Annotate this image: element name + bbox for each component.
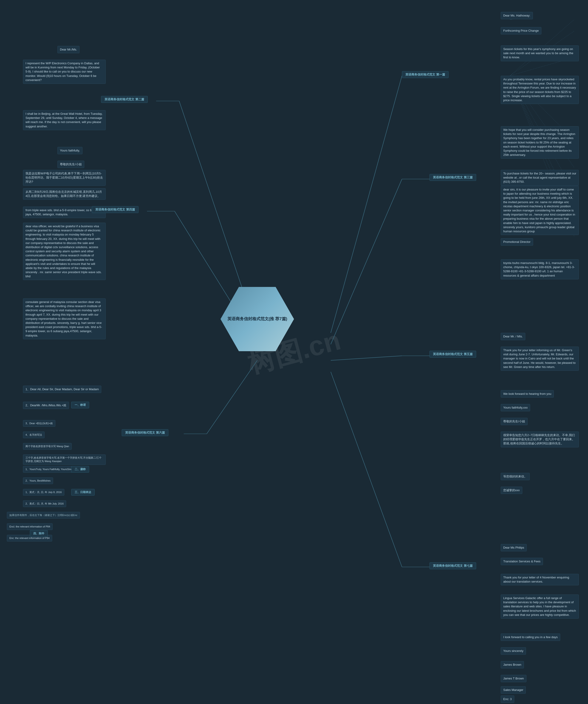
svg-line-13 — [331, 372, 402, 567]
b1-node-3: Season tickets for this year's symphony … — [501, 46, 579, 61]
b6-node-8: 2、Yours, BestWishes — [23, 477, 53, 484]
b2-node-3: I shall be in Beijing, at the Great Wall… — [23, 110, 106, 130]
b7-node-7: James Brown — [501, 661, 524, 668]
b2-node-4: Yours faithfully, — [57, 147, 83, 154]
b4-node-2: 从周二到9月29日,我将住在北京的长城宾馆,直到周几,10月4日,在那里会有消息… — [23, 188, 106, 200]
sub-label-b6-4: 四、附件 — [30, 530, 48, 537]
svg-line-11 — [207, 360, 257, 434]
branch-label-5: 英语商务信封格式范文 第五篇 — [430, 351, 476, 358]
b7-node-10: Enc: 3 — [501, 696, 514, 703]
branch-label-4: 英语商务信封格式范文 第四篇 — [92, 206, 139, 213]
b2-node-5: 尊敬的先生/小姐 — [57, 161, 84, 168]
b5-node-4: Yours faithfully,xxx — [501, 404, 530, 411]
b7-node-2: Translation Services & Fees — [501, 558, 543, 565]
sub-label-b6-1: 一、称谓 — [71, 402, 89, 408]
b4-node-1: 我是达拉斯W/P电子公司的代表,将于下周一到周五(10月5-9)在昆明拜访。我于… — [23, 170, 106, 186]
b2-node-2: I represent the W/P Electronics Company … — [23, 60, 106, 84]
b3-node-2: toyota tsuho marounouchi bldg. 8-1, maro… — [501, 259, 579, 279]
b6-node-4: 4、名字的写法 — [23, 431, 45, 438]
center-title: 英语商务信封格式范文(推 荐7篇) — [223, 311, 292, 327]
b4-node-4: dear visa officer, we would be grateful … — [23, 223, 106, 280]
b4-node-5: consulate general of malaysia consular s… — [23, 298, 106, 339]
b7-node-1: Dear Ms Philips — [501, 544, 527, 551]
b5-node-8: 您诚挚的xxx — [501, 487, 522, 494]
b5-node-5: 尊敬的先生/小姐 — [501, 418, 528, 425]
branch-label-1: 英语商务信封格式范文 第一篇 — [402, 71, 448, 78]
b6-node-5: 两个字姓名拼音首字母大写 Wang Qian — [23, 443, 72, 450]
b1-node-4: As you probably know, rental prices have… — [501, 76, 579, 104]
b7-node-9: Sales Manager — [501, 686, 526, 694]
b1-node-1: Dear Ms. Hathoway: — [501, 12, 533, 19]
b1-node-2: Forthcoming Price Change — [501, 27, 541, 35]
b5-node-6: 很荣幸告知您六月2~7日格林林先生的来访。不幸,我们的经理爱德华兹先生正在开罗，… — [501, 431, 579, 447]
b6-attach-note: 如果信件有附件，应在左下角（谢谢之下）注明Enc(s):或Enc — [7, 512, 80, 519]
b1-node-6: To purchase tickets for the 20-- season,… — [501, 170, 579, 186]
sub-label-b6-2: 二、谦称 — [71, 466, 89, 473]
b6-node-1: 1、Dear All, Dear Sir, Dear Madam, Dear S… — [23, 386, 101, 393]
branch-label-3: 英语商务信封格式范文 第三篇 — [430, 174, 476, 181]
b6-node-9: 1、英式：月, 日, 年 July 8, 2016 — [23, 489, 64, 495]
b7-node-5: I look forward to calling you in a few d… — [501, 634, 560, 641]
b6-node-2: 2、DearMr. /Mrs./Miss./Ms.+姓 — [23, 402, 69, 409]
branch-label-7: 英语商务信封格式范文 第七篇 — [430, 563, 476, 569]
b7-node-4: Lingua Services Galactic offer a full ra… — [501, 594, 579, 619]
center-hexagon: 英语商务信封格式范文(推 荐7篇) — [220, 287, 294, 351]
b1-node-10: Promotional Director — [501, 238, 533, 246]
sub-label-b6-3: 三、日期表达 — [71, 489, 95, 495]
b7-node-3: Thank you for your letter of 4 November … — [501, 574, 579, 585]
b2-node-1: Dear Mr./Ms. — [57, 46, 79, 53]
b6-node-10: 2、美式：日, 月, 年 8th July. 2016 — [23, 501, 66, 507]
b6-node-3: 3、Dear +职位(头衔)+姓 — [23, 420, 55, 427]
b3-node-1: dear sirs, it is our pleasure to invite … — [501, 186, 579, 235]
b1-node-5: We hope that you will consider purchasin… — [501, 126, 579, 159]
b6-node-11: Encl. the relevant information of P84 — [7, 523, 53, 530]
branch-label-6: 英语商务信封格式范文 第六篇 — [122, 429, 168, 436]
svg-line-9 — [331, 356, 402, 360]
b5-node-3: We look forward to hearing from you — [501, 390, 554, 398]
b5-node-1: Dear Mr. / MIs. — [501, 333, 525, 340]
svg-line-0 — [331, 76, 402, 333]
svg-line-5 — [331, 179, 402, 344]
b5-node-7: 等您很好的来信。 — [501, 473, 530, 480]
b7-node-6: Yours sincerely — [501, 647, 526, 655]
b6-node-6: 三个字,姓名拼音首字母大写,名字第一个字拼首大写,不分隔第二/三个字拼音,无蝴文… — [23, 455, 106, 465]
b7-node-8: James T Brown — [501, 675, 526, 682]
b5-node-2: Thank you for your letter informing us o… — [501, 347, 579, 371]
branch-label-2: 英语商务信封格式范文 第二篇 — [101, 96, 148, 103]
